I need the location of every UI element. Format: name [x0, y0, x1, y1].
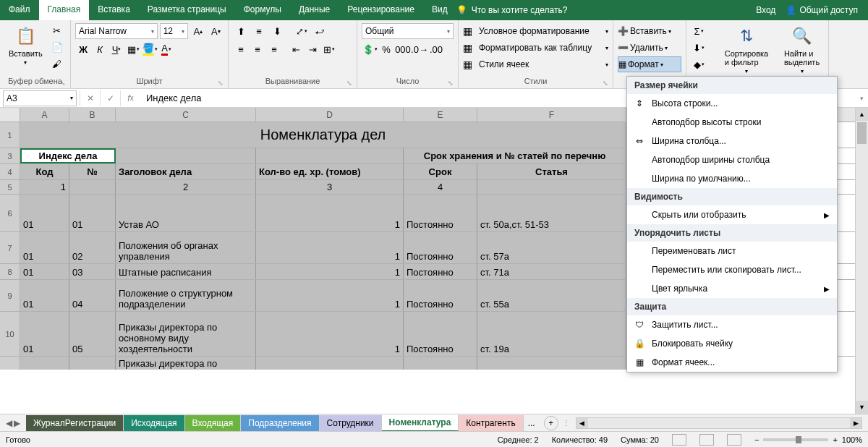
cell[interactable]: Приказы директора по основному виду хозд…: [116, 312, 256, 356]
cell[interactable]: ст. 57а: [477, 232, 626, 263]
decrease-decimal-button[interactable]: .00: [428, 41, 444, 57]
cell[interactable]: Постоянно: [404, 312, 477, 356]
sheet-tab-outgoing[interactable]: Исходящая: [124, 415, 184, 431]
cell[interactable]: [69, 357, 116, 370]
dd-lock-cell[interactable]: 🔒Блокировать ячейку: [627, 334, 837, 353]
cell[interactable]: 4: [404, 180, 477, 194]
fill-button[interactable]: ⬇: [691, 40, 707, 56]
cell[interactable]: [256, 357, 404, 370]
hscroll-left[interactable]: ◀: [576, 418, 588, 428]
dd-move-sheet[interactable]: Переместить или скопировать лист...: [627, 260, 837, 279]
cell[interactable]: [477, 357, 626, 370]
col-header-a[interactable]: A: [20, 108, 69, 122]
dd-format-cells[interactable]: ▦Формат ячеек...: [627, 353, 837, 372]
cut-button[interactable]: ✂: [49, 23, 65, 38]
underline-button[interactable]: Ч▾: [109, 41, 124, 57]
row-header[interactable]: 9: [0, 280, 20, 311]
percent-button[interactable]: %: [378, 41, 394, 57]
cell[interactable]: 01: [20, 280, 69, 311]
fx-button[interactable]: fx: [120, 90, 140, 106]
scroll-thumb[interactable]: [857, 122, 867, 144]
number-format-combo[interactable]: Общий▾: [362, 23, 454, 39]
cell[interactable]: 3: [256, 180, 404, 194]
scroll-up-button[interactable]: ▲: [856, 108, 868, 121]
cell[interactable]: ст. 55а: [477, 280, 626, 311]
row-header[interactable]: 7: [0, 232, 20, 263]
cell[interactable]: Код: [20, 164, 69, 179]
align-left-button[interactable]: ≡: [233, 41, 249, 57]
dd-tab-color[interactable]: Цвет ярлычка▶: [627, 279, 837, 298]
cell[interactable]: №: [69, 164, 116, 179]
dd-hide-show[interactable]: Скрыть или отобразить▶: [627, 205, 837, 224]
name-box[interactable]: A3▾: [3, 90, 77, 106]
tab-insert[interactable]: Вставка: [89, 0, 139, 20]
cell[interactable]: Срок хранения и № статей по перечню: [404, 148, 626, 163]
dd-default-width[interactable]: Ширина по умолчанию...: [627, 169, 837, 188]
cell[interactable]: [256, 148, 404, 163]
row-header[interactable]: 6: [0, 195, 20, 231]
cell[interactable]: Положения об органах управления: [116, 232, 256, 263]
format-painter-button[interactable]: 🖌: [49, 56, 65, 71]
horizontal-scrollbar[interactable]: ◀ ▶: [576, 417, 862, 429]
tab-view[interactable]: Вид: [423, 0, 456, 20]
align-middle-button[interactable]: ≡: [251, 23, 267, 39]
dd-autofit-col[interactable]: Автоподбор ширины столбца: [627, 150, 837, 169]
align-center-button[interactable]: ≡: [250, 41, 265, 57]
row-header[interactable]: 1: [0, 122, 20, 148]
tab-data[interactable]: Данные: [290, 0, 339, 20]
vertical-scrollbar[interactable]: ▲ ▼: [855, 108, 868, 414]
italic-button[interactable]: К: [92, 41, 108, 57]
sheet-tab-journal[interactable]: ЖурналРегистрации: [26, 415, 124, 431]
autosum-button[interactable]: Σ: [691, 23, 707, 39]
col-header-b[interactable]: B: [69, 108, 116, 122]
tell-me[interactable]: 💡Что вы хотите сделать?: [456, 0, 568, 20]
cell[interactable]: Штатные расписания: [116, 264, 256, 279]
tab-layout[interactable]: Разметка страницы: [139, 0, 235, 20]
delete-cells-button[interactable]: ➖Удалить▾: [618, 40, 681, 56]
tab-file[interactable]: Файл: [0, 0, 39, 20]
cell[interactable]: [477, 180, 626, 194]
merge-button[interactable]: ⊞: [321, 41, 337, 57]
orientation-button[interactable]: ⤢: [294, 23, 310, 39]
cell[interactable]: 04: [69, 280, 116, 311]
cell[interactable]: Заголовок дела: [116, 164, 256, 179]
view-normal-button[interactable]: [672, 434, 686, 446]
cell-a3[interactable]: Индекс дела: [20, 148, 116, 163]
enter-formula-button[interactable]: ✓: [100, 90, 120, 106]
conditional-formatting-button[interactable]: ▦Условное форматирование▾: [463, 23, 608, 39]
align-top-button[interactable]: ⬆: [233, 23, 249, 39]
cell[interactable]: Положение о структурном подразделении: [116, 280, 256, 311]
cell[interactable]: Постоянно: [404, 232, 477, 263]
sheet-tab-incoming[interactable]: Входящая: [185, 415, 242, 431]
add-sheet-button[interactable]: +: [544, 416, 558, 430]
cell[interactable]: [69, 180, 116, 194]
cell[interactable]: 1: [256, 232, 404, 263]
title-cell[interactable]: Номенклатура дел: [20, 122, 626, 148]
insert-cells-button[interactable]: ➕Вставить▾: [618, 23, 681, 39]
expand-formula-bar[interactable]: ▾: [855, 95, 868, 102]
tab-formulas[interactable]: Формулы: [235, 0, 290, 20]
cell[interactable]: 01: [20, 312, 69, 356]
sort-filter-button[interactable]: ⇅Сортировка и фильтр▾: [722, 23, 771, 76]
hscroll-right[interactable]: ▶: [850, 418, 861, 428]
format-as-table-button[interactable]: ▦Форматировать как таблицу▾: [463, 40, 608, 56]
indent-increase-button[interactable]: ⇥: [305, 41, 320, 57]
view-page-layout-button[interactable]: [699, 434, 714, 446]
zoom-out-button[interactable]: −: [754, 435, 759, 444]
view-page-break-button[interactable]: [727, 434, 741, 446]
cell[interactable]: Приказы директора по: [116, 357, 256, 370]
shrink-font-button[interactable]: A▾: [208, 23, 224, 39]
col-header-f[interactable]: F: [477, 108, 626, 122]
dd-col-width[interactable]: ⇔Ширина столбца...: [627, 132, 837, 150]
cell[interactable]: 1: [256, 264, 404, 279]
align-right-button[interactable]: ≡: [266, 41, 282, 57]
comma-button[interactable]: 000: [395, 41, 411, 57]
signin-button[interactable]: Вход: [756, 5, 775, 15]
cell[interactable]: Статья: [477, 164, 626, 179]
dd-row-height[interactable]: ⇕Высота строки...: [627, 94, 837, 113]
cell[interactable]: Срок: [404, 164, 477, 179]
font-name-combo[interactable]: Arial Narrow▾: [75, 23, 158, 39]
tab-home[interactable]: Главная: [39, 0, 90, 20]
fill-color-button[interactable]: 🪣: [142, 41, 158, 57]
cell[interactable]: [116, 148, 256, 163]
